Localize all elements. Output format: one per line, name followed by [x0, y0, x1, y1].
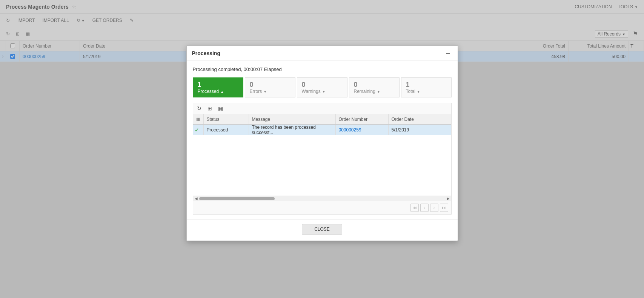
inner-col-icon-header: ▦ — [193, 114, 204, 124]
inner-col-order-num-header: Order Number — [336, 114, 389, 124]
prev-page-button[interactable]: ‹ — [420, 204, 429, 212]
modal-header: Processing ─ — [187, 46, 458, 60]
horizontal-scrollbar[interactable]: ◀ ▶ — [193, 196, 452, 201]
pagination: ⏮ ‹ › ⏭ — [193, 201, 452, 215]
stats-row: 1 Processed 0 Errors 0 Warnings — [193, 77, 452, 97]
inner-table-header: ▦ Status Message Order Number Order Date — [193, 114, 451, 125]
modal-title: Processing — [192, 50, 220, 56]
total-chevron-icon — [417, 89, 420, 94]
scrollbar-thumb[interactable] — [199, 197, 275, 200]
inner-fit-icon: ⊞ — [207, 105, 212, 111]
stat-warnings[interactable]: 0 Warnings — [297, 77, 347, 97]
inner-col-status-header: Status — [204, 114, 249, 124]
stat-total[interactable]: 1 Total — [401, 77, 452, 97]
stat-processed[interactable]: 1 Processed — [193, 77, 243, 97]
inner-grid-icon: ▦ — [218, 105, 223, 111]
stat-remaining-label: Remaining — [354, 89, 395, 94]
inner-table-wrapper: ▦ Status Message Order Number Order Date… — [193, 114, 452, 196]
inner-col-message-header: Message — [249, 114, 336, 124]
stat-processed-number: 1 — [198, 81, 238, 89]
processing-status-text: Processing completed, 00:00:07 Elapsed — [193, 66, 452, 72]
modal-body: Processing completed, 00:00:07 Elapsed 1… — [187, 60, 458, 219]
remaining-chevron-icon — [377, 89, 380, 94]
stat-errors-label: Errors — [250, 89, 290, 94]
inner-row-order-date: 5/1/2019 — [389, 125, 451, 135]
stat-processed-label: Processed — [198, 89, 238, 94]
inner-toolbar: ↻ ⊞ ▦ — [193, 103, 452, 114]
stat-warnings-label: Warnings — [302, 89, 343, 94]
inner-row-message: The record has been processed successf..… — [249, 125, 336, 135]
inner-col-order-date-header: Order Date — [389, 114, 451, 124]
scroll-right-arrow[interactable]: ▶ — [447, 196, 450, 201]
inner-refresh-icon: ↻ — [197, 105, 201, 111]
errors-chevron-icon — [263, 89, 267, 94]
processing-modal: Processing ─ Processing completed, 00:00… — [186, 45, 458, 241]
stat-warnings-number: 0 — [302, 81, 343, 89]
stat-remaining[interactable]: 0 Remaining — [349, 77, 400, 97]
last-page-button[interactable]: ⏭ — [440, 204, 448, 212]
stat-total-label: Total — [406, 89, 447, 94]
close-button[interactable]: CLOSE — [302, 224, 342, 235]
stat-errors[interactable]: 0 Errors — [245, 77, 295, 97]
scroll-left-arrow[interactable]: ◀ — [195, 196, 198, 201]
inner-table-empty-space — [193, 135, 451, 196]
first-page-button[interactable]: ⏮ — [410, 204, 419, 212]
modal-minimize-button[interactable]: ─ — [444, 49, 452, 57]
stat-remaining-number: 0 — [354, 81, 395, 89]
processed-chevron-icon — [220, 89, 224, 94]
success-icon: ✓ — [195, 127, 199, 133]
inner-grid-button[interactable]: ▦ — [217, 105, 224, 112]
next-page-button[interactable]: › — [430, 204, 438, 212]
warnings-chevron-icon — [322, 89, 326, 94]
inner-fit-button[interactable]: ⊞ — [206, 105, 214, 112]
inner-header-icon: ▦ — [196, 117, 200, 122]
inner-row-order-number[interactable]: 000000259 — [336, 125, 389, 135]
stat-total-number: 1 — [406, 81, 447, 89]
modal-footer: CLOSE — [187, 219, 458, 241]
stat-errors-number: 0 — [250, 81, 290, 89]
inner-refresh-button[interactable]: ↻ — [195, 105, 203, 112]
inner-row-icon-cell: ✓ — [193, 125, 204, 135]
minimize-icon: ─ — [446, 50, 450, 56]
inner-table-row[interactable]: ✓ Processed The record has been processe… — [193, 125, 451, 135]
inner-row-status: Processed — [204, 125, 249, 135]
